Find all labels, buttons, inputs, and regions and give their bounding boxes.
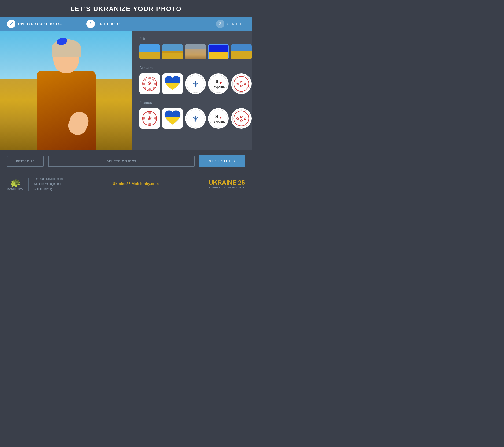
main-content: Filter Stickers [0, 31, 252, 150]
logo-area: 🐢 MOBILUNITY [7, 178, 24, 191]
person-photo [19, 38, 113, 150]
step-1-label: UPLOAD YOUR PHOTO... [18, 22, 62, 26]
svg-rect-30 [164, 110, 180, 118]
next-step-button[interactable]: NEXT STEP › [199, 155, 245, 167]
svg-text:✿: ✿ [240, 115, 243, 119]
page-title: LET'S UKRANIZE YOUR PHOTO [0, 5, 252, 13]
svg-rect-11 [164, 83, 180, 90]
footer-description: Ukrainian Development Western Management… [34, 177, 63, 192]
svg-text:✿: ✿ [240, 80, 243, 84]
action-bar: PREVIOUS DELETE OBJECT NEXT STEP › [0, 150, 252, 172]
filter-item-1[interactable] [139, 44, 160, 59]
app-header: LET'S UKRANIZE YOUR PHOTO [0, 0, 252, 17]
footer-desc-line3: Global Delivery [34, 187, 63, 192]
chevron-right-icon: › [234, 159, 235, 164]
frame-row: ❀ [139, 108, 245, 129]
svg-rect-31 [164, 118, 180, 125]
app-container: LET'S UKRANIZE YOUR PHOTO ✓ UPLOAD YOUR … [0, 0, 252, 223]
footer-center: Ukraine25.Mobilunity.com [113, 182, 159, 186]
previous-button[interactable]: PREVIOUS [7, 156, 44, 167]
svg-point-7 [153, 87, 155, 89]
steps-bar: ✓ UPLOAD YOUR PHOTO... 2 EDIT PHOTO 3 SE… [0, 17, 252, 31]
svg-point-3 [154, 83, 156, 85]
step-3-circle: 3 [216, 20, 224, 28]
stickers-section: Stickers ❀ [139, 66, 245, 94]
svg-text:✿: ✿ [244, 117, 247, 121]
svg-text:⚜: ⚜ [192, 114, 199, 124]
svg-point-8 [144, 87, 146, 89]
svg-text:Я: Я [215, 114, 219, 119]
svg-text:⚜: ⚜ [192, 79, 199, 89]
frames-label: Frames [139, 101, 245, 105]
svg-text:♥: ♥ [219, 81, 222, 85]
frame-item-4[interactable]: Я ♥ Украину [208, 108, 229, 129]
svg-text:♥: ♥ [219, 115, 222, 120]
filter-item-5[interactable] [231, 44, 252, 59]
sticker-item-2[interactable] [162, 73, 183, 94]
frame-item-3[interactable]: ⚜ [185, 108, 206, 129]
photo-area [0, 31, 132, 150]
footer: 🐢 MOBILUNITY Ukrainian Development Weste… [0, 172, 252, 196]
footer-website: Ukraine25.Mobilunity.com [113, 182, 159, 186]
svg-point-5 [143, 83, 145, 85]
svg-text:❀: ❀ [147, 81, 152, 86]
right-panel: Filter Stickers [132, 31, 252, 150]
sticker-item-3[interactable]: ⚜ [185, 73, 206, 94]
svg-text:✿: ✿ [236, 82, 239, 86]
body [37, 71, 95, 150]
filter-row [139, 44, 245, 59]
svg-rect-10 [164, 76, 180, 83]
delete-object-button[interactable]: DELETE OBJECT [48, 156, 195, 167]
svg-point-28 [148, 123, 151, 125]
svg-point-27 [154, 117, 156, 120]
frame-item-1[interactable]: ❀ [139, 108, 160, 129]
step-2-circle: 2 [86, 20, 95, 28]
filter-item-4[interactable] [208, 44, 229, 59]
step-1-circle: ✓ [7, 20, 16, 28]
svg-point-2 [148, 77, 151, 79]
sticker-row: ❀ [139, 73, 245, 94]
footer-left: 🐢 MOBILUNITY Ukrainian Development Weste… [7, 177, 63, 192]
logo-text: MOBILUNITY [7, 188, 24, 191]
filter-label: Filter [139, 37, 245, 41]
svg-point-9 [144, 79, 146, 81]
footer-right: UKRAINE 25 POWERED BY MOBILUNITY [209, 179, 245, 189]
ukraine-brand: UKRAINE 25 [209, 179, 245, 186]
frames-section: Frames ❀ [139, 101, 245, 129]
sticker-item-1[interactable]: ❀ [139, 73, 160, 94]
logo-icon: 🐢 [7, 178, 24, 188]
filter-item-2[interactable] [162, 44, 183, 59]
next-step-label: NEXT STEP [209, 159, 232, 163]
brand-number: 25 [238, 179, 245, 186]
sticker-item-4[interactable]: Я ♥ Украину [208, 73, 229, 94]
svg-point-29 [143, 117, 145, 120]
stickers-label: Stickers [139, 66, 245, 70]
svg-text:✿: ✿ [240, 119, 243, 122]
svg-text:Украину: Украину [214, 85, 225, 89]
brand-name: UKRAINE [209, 179, 236, 186]
svg-point-6 [152, 79, 154, 81]
powered-by-text: POWERED BY MOBILUNITY [209, 186, 245, 189]
filter-section: Filter [139, 37, 245, 59]
frame-item-2[interactable] [162, 108, 183, 129]
svg-text:Украину: Украину [214, 120, 225, 123]
step-send[interactable]: 3 SEND IT... [165, 20, 245, 28]
step-edit[interactable]: 2 EDIT PHOTO [86, 20, 166, 28]
sticker-item-5[interactable]: ✿ ✿ ✿ ✿ [231, 73, 252, 94]
footer-desc-line2: Western Management [34, 182, 63, 187]
svg-text:✿: ✿ [244, 82, 247, 86]
footer-desc-line1: Ukrainian Development [34, 177, 63, 182]
step-upload[interactable]: ✓ UPLOAD YOUR PHOTO... [7, 20, 86, 28]
hand [66, 109, 91, 137]
step-2-label: EDIT PHOTO [98, 22, 120, 26]
svg-point-4 [148, 88, 151, 90]
filter-item-3[interactable] [185, 44, 206, 59]
frame-item-5[interactable]: ✿ ✿ ✿ ✿ [231, 108, 252, 129]
footer-divider [28, 178, 29, 191]
svg-text:✿: ✿ [236, 117, 239, 121]
svg-text:❀: ❀ [147, 115, 152, 121]
svg-text:Я: Я [215, 79, 219, 84]
step-3-label: SEND IT... [227, 22, 245, 26]
svg-point-26 [148, 112, 151, 114]
svg-text:✿: ✿ [240, 84, 243, 88]
